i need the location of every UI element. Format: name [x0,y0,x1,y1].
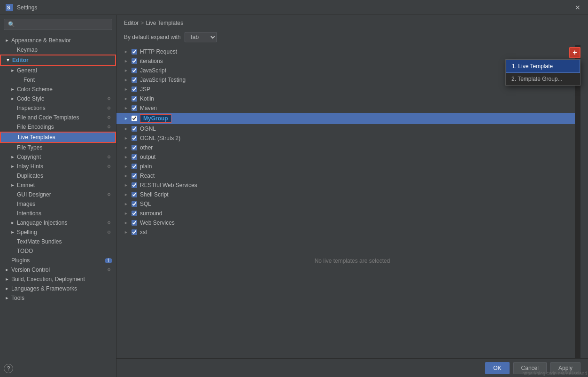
template-checkbox[interactable] [132,68,137,73]
template-row[interactable]: ► Kotlin [116,94,575,103]
template-row[interactable]: ► OGNL (Struts 2) [116,134,575,143]
dropdown-template-group[interactable]: 2. Template Group... [506,73,580,85]
template-checkbox[interactable] [132,135,137,141]
template-row[interactable]: ► OGNL [116,124,575,134]
template-checkbox[interactable] [132,192,137,197]
sidebar-item-intentions[interactable]: Intentions [0,209,116,218]
content-area: Editor > Live Templates By default expan… [116,15,588,377]
arrow-icon [9,86,16,93]
sidebar-item-label: General [16,67,112,74]
template-checkbox[interactable] [132,145,137,150]
sidebar-item-file-code-templates[interactable]: File and Code Templates ⚙ [0,113,116,122]
template-name: SQL [140,201,151,207]
template-checkbox[interactable] [132,201,137,207]
sidebar-item-label: Live Templates [17,134,111,141]
main-layout: Appearance & Behavior Keymap Editor Gene… [0,15,588,377]
help-button[interactable]: ? [4,364,13,373]
sidebar-item-plugins[interactable]: Plugins 1 [0,256,116,265]
template-row-mygroup[interactable]: ► MyGroup [116,113,575,124]
row-arrow: ► [124,68,130,73]
template-row[interactable]: ► React [116,171,575,181]
sidebar-item-emmet[interactable]: Emmet [0,181,116,190]
template-checkbox[interactable] [132,229,137,235]
row-arrow: ► [124,49,130,54]
sidebar-item-version-control[interactable]: Version Control ⚙ [0,265,116,275]
ok-button[interactable]: OK [485,362,509,374]
arrow-icon [9,248,16,254]
sidebar-item-live-templates[interactable]: Live Templates [0,132,116,143]
sidebar-item-images[interactable]: Images [0,199,116,209]
sidebar-item-languages[interactable]: Languages & Frameworks [0,284,116,293]
sidebar-item-code-style[interactable]: Code Style ⚙ [0,94,116,103]
sidebar-item-build[interactable]: Build, Execution, Deployment [0,275,116,284]
sidebar-item-editor[interactable]: Editor [0,55,116,66]
template-row[interactable]: ► other [116,143,575,152]
template-checkbox[interactable] [132,105,137,111]
template-row[interactable]: ► surround [116,209,575,218]
sidebar-item-tools[interactable]: Tools [0,293,116,303]
sidebar-item-inlay-hints[interactable]: Inlay Hints ⚙ [0,162,116,171]
template-name: OGNL [140,126,156,132]
template-checkbox[interactable] [132,220,137,226]
row-arrow: ► [124,106,130,110]
template-checkbox[interactable] [132,86,137,92]
row-arrow: ► [124,145,130,150]
sidebar-item-general[interactable]: General [0,66,116,75]
sidebar-item-keymap[interactable]: Keymap [0,45,116,55]
search-box [0,15,116,34]
close-button[interactable]: ✕ [573,3,582,12]
row-arrow: ► [124,202,130,206]
template-row[interactable]: ► Maven [116,103,575,113]
settings-icon: ⚙ [106,124,112,130]
template-name: OGNL (Struts 2) [140,135,180,141]
template-row[interactable]: ► RESTful Web Services [116,181,575,190]
template-name: Shell Script [140,191,169,198]
template-row[interactable]: ► plain [116,162,575,171]
row-arrow: ► [124,78,130,82]
sidebar-item-color-scheme[interactable]: Color Scheme [0,85,116,94]
sidebar-item-todo[interactable]: TODO [0,246,116,256]
sidebar-item-file-encodings[interactable]: File Encodings ⚙ [0,122,116,132]
arrow-icon [4,267,10,273]
template-row[interactable]: ► HTTP Request [116,47,575,56]
add-button[interactable]: + [569,47,580,58]
template-row[interactable]: ► JSP [116,85,575,94]
sidebar-item-inspections[interactable]: Inspections ⚙ [0,103,116,113]
template-checkbox[interactable] [132,116,137,121]
template-checkbox[interactable] [132,58,137,64]
sidebar-item-textmate[interactable]: TextMate Bundles [0,237,116,246]
template-checkbox[interactable] [132,49,137,55]
template-checkbox[interactable] [132,126,137,132]
template-row[interactable]: ► output [116,152,575,162]
sidebar-item-language-injections[interactable]: Language Injections ⚙ [0,218,116,228]
sidebar-item-font[interactable]: Font [0,75,116,85]
template-row[interactable]: ► Shell Script [116,190,575,199]
template-checkbox[interactable] [132,173,137,179]
cancel-button[interactable]: Cancel [513,362,547,374]
row-arrow: ► [124,211,130,216]
template-checkbox[interactable] [132,182,137,188]
template-name: Web Services [140,220,175,226]
apply-button[interactable]: Apply [550,362,580,374]
arrow-icon [9,114,16,121]
sidebar-item-appearance[interactable]: Appearance & Behavior [0,36,116,45]
search-input[interactable] [4,19,112,30]
template-checkbox[interactable] [132,164,137,169]
arrow-icon [9,201,16,207]
template-checkbox[interactable] [132,154,137,160]
template-checkbox[interactable] [132,96,137,102]
expand-select[interactable]: Tab Enter Space [185,32,217,42]
template-row[interactable]: ► SQL [116,199,575,209]
template-checkbox[interactable] [132,211,137,216]
sidebar-item-copyright[interactable]: Copyright ⚙ [0,152,116,162]
template-area: ► HTTP Request ► iterations ► JavaS [116,45,588,358]
template-row[interactable]: ► Web Services [116,218,575,228]
sidebar-item-duplicates[interactable]: Duplicates [0,171,116,181]
dropdown-live-template[interactable]: 1. Live Template [506,60,580,73]
sidebar-item-file-types[interactable]: File Types [0,143,116,152]
sidebar-item-gui-designer[interactable]: GUI Designer ⚙ [0,190,116,199]
template-row[interactable]: ► xsl [116,228,575,237]
template-checkbox[interactable] [132,77,137,83]
sidebar-item-label: File and Code Templates [16,114,104,121]
sidebar-item-spelling[interactable]: Spelling ⚙ [0,228,116,237]
